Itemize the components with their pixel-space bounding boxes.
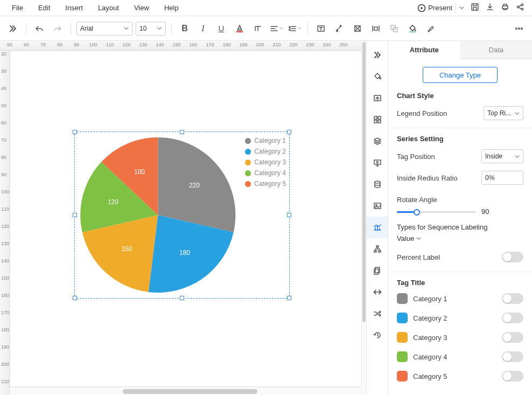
clipboard-tool-icon[interactable] bbox=[367, 260, 388, 281]
svg-point-13 bbox=[415, 29, 416, 31]
text-case-button[interactable] bbox=[250, 21, 265, 36]
canvas[interactable]: 5060708090100110120130140150160170180190… bbox=[0, 41, 362, 395]
tag-visibility-toggle[interactable] bbox=[502, 351, 523, 362]
textbox-icon[interactable] bbox=[313, 21, 328, 36]
rotate-angle-slider[interactable] bbox=[397, 208, 476, 216]
bold-button[interactable]: B bbox=[177, 21, 192, 36]
redo-button[interactable] bbox=[50, 21, 65, 36]
export-tool-icon[interactable] bbox=[367, 87, 388, 109]
align-objects-icon[interactable] bbox=[350, 21, 365, 36]
tag-label: Category 4 bbox=[413, 353, 496, 361]
legend-item: Category 2 bbox=[245, 146, 286, 157]
svg-rect-22 bbox=[374, 120, 377, 123]
horizontal-scrollbar[interactable] bbox=[10, 387, 362, 395]
distribute-icon[interactable] bbox=[368, 21, 383, 36]
svg-point-17 bbox=[521, 27, 522, 29]
tag-visibility-toggle[interactable] bbox=[502, 371, 523, 382]
save-icon[interactable] bbox=[467, 1, 482, 15]
image-tool-icon[interactable] bbox=[367, 195, 388, 217]
pie-slice-label: 150 bbox=[121, 245, 132, 253]
legend-label: Category 2 bbox=[254, 148, 286, 155]
tag-title-row: Category 4 bbox=[397, 351, 523, 362]
legend-label: Category 1 bbox=[254, 137, 286, 144]
menu-layout[interactable]: Layout bbox=[90, 2, 127, 14]
legend-item: Category 4 bbox=[245, 168, 286, 178]
share-icon[interactable] bbox=[513, 1, 528, 15]
toolbar: Arial 10 B I U bbox=[0, 16, 532, 41]
legend-position-value: Top Ri... bbox=[487, 109, 513, 117]
menu-file[interactable]: File bbox=[4, 2, 31, 14]
chevron-down-icon bbox=[416, 236, 421, 241]
grid-tool-icon[interactable] bbox=[367, 109, 388, 130]
legend-position-select[interactable]: Top Ri... bbox=[484, 106, 523, 120]
svg-rect-21 bbox=[378, 116, 381, 119]
types-seq-value: Value bbox=[397, 234, 414, 242]
tab-attribute[interactable]: Attribute bbox=[388, 41, 460, 59]
font-color-button[interactable] bbox=[232, 21, 247, 36]
inside-radius-label: Inside Redius Ratio bbox=[397, 174, 458, 182]
more-icon[interactable] bbox=[512, 21, 527, 36]
svg-point-25 bbox=[375, 181, 380, 183]
tag-title-row: Category 5 bbox=[397, 371, 523, 382]
menu-help[interactable]: Help bbox=[157, 2, 186, 14]
vertical-ruler: 2030405060708090100110120130140150160170… bbox=[0, 51, 10, 395]
menu-insert[interactable]: Insert bbox=[58, 2, 90, 14]
rotate-angle-input[interactable]: 90 bbox=[481, 207, 523, 216]
svg-rect-6 bbox=[236, 31, 243, 32]
fill-tool-icon[interactable] bbox=[367, 66, 388, 87]
percent-label-toggle[interactable] bbox=[502, 252, 523, 262]
vertical-scrollbar[interactable] bbox=[362, 41, 366, 395]
brush-icon[interactable] bbox=[423, 21, 438, 36]
tag-visibility-toggle[interactable] bbox=[502, 313, 523, 323]
tag-swatch-icon bbox=[397, 351, 408, 362]
percent-label-label: Percent Label bbox=[397, 253, 440, 261]
expand-toolbar-icon[interactable] bbox=[5, 21, 20, 36]
tag-visibility-toggle[interactable] bbox=[502, 332, 523, 343]
ruler-tool-icon[interactable] bbox=[367, 281, 388, 303]
fill-color-icon[interactable] bbox=[405, 21, 420, 36]
present-button[interactable]: Present bbox=[414, 3, 456, 13]
types-seq-select[interactable]: Value bbox=[397, 234, 439, 242]
menu-view[interactable]: View bbox=[127, 2, 157, 14]
underline-button[interactable]: U bbox=[214, 21, 229, 36]
tag-visibility-toggle[interactable] bbox=[502, 293, 523, 304]
shuffle-tool-icon[interactable] bbox=[367, 303, 388, 324]
chart-tool-icon[interactable] bbox=[367, 217, 388, 238]
chevron-down-icon bbox=[515, 154, 520, 159]
chart-selection[interactable]: 220180150120100 Category 1Category 2Cate… bbox=[74, 131, 290, 299]
pie-chart[interactable]: 220180150120100 Category 1Category 2Cate… bbox=[75, 132, 289, 298]
tag-title-row: Category 1 bbox=[397, 293, 523, 304]
italic-button[interactable]: I bbox=[195, 21, 211, 36]
slideshow-tool-icon[interactable] bbox=[367, 152, 388, 174]
svg-rect-24 bbox=[374, 160, 381, 164]
history-tool-icon[interactable] bbox=[367, 324, 388, 346]
legend-swatch-icon bbox=[245, 138, 251, 144]
group-icon[interactable] bbox=[387, 21, 402, 36]
hierarchy-tool-icon[interactable] bbox=[367, 238, 388, 260]
svg-point-18 bbox=[379, 78, 381, 79]
layers-tool-icon[interactable] bbox=[367, 130, 388, 152]
present-dropdown[interactable] bbox=[456, 3, 467, 13]
connector-icon[interactable] bbox=[332, 21, 347, 36]
legend-label: Category 5 bbox=[254, 180, 286, 188]
inside-radius-input[interactable]: 0% bbox=[481, 171, 523, 185]
change-type-button[interactable]: Change Type bbox=[423, 67, 498, 83]
svg-rect-20 bbox=[374, 116, 377, 119]
play-icon bbox=[417, 4, 426, 12]
menu-edit[interactable]: Edit bbox=[31, 2, 58, 14]
font-family-select[interactable]: Arial bbox=[76, 22, 132, 36]
data-tool-icon[interactable] bbox=[367, 174, 388, 195]
tab-data[interactable]: Data bbox=[460, 41, 533, 59]
line-spacing-button[interactable] bbox=[287, 21, 302, 36]
legend-item: Category 5 bbox=[245, 178, 286, 189]
align-button[interactable] bbox=[269, 21, 284, 36]
download-icon[interactable] bbox=[482, 1, 498, 15]
legend-label: Category 3 bbox=[254, 158, 286, 166]
tag-position-select[interactable]: Inside bbox=[481, 149, 523, 163]
tag-title-row: Category 2 bbox=[397, 313, 523, 323]
print-icon[interactable] bbox=[498, 1, 513, 15]
collapse-panel-icon[interactable] bbox=[367, 44, 388, 66]
menu-bar: File Edit Insert Layout View Help Presen… bbox=[0, 0, 532, 16]
font-size-select[interactable]: 10 bbox=[136, 22, 166, 36]
undo-button[interactable] bbox=[32, 21, 47, 36]
